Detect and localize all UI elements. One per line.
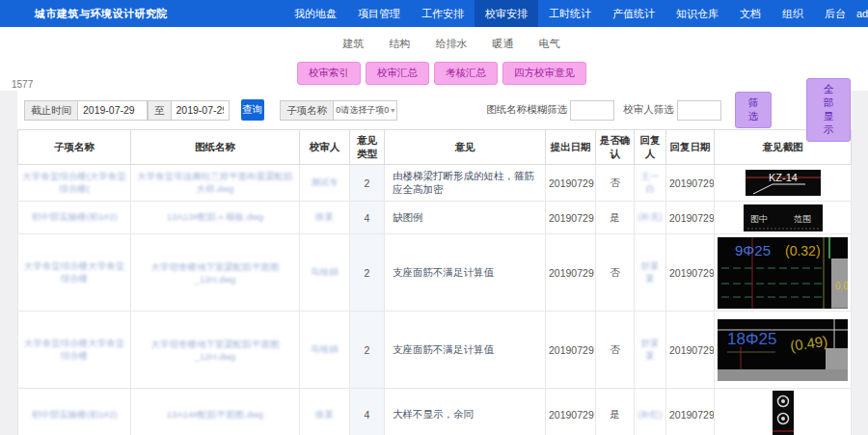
replier-cell: (补充) <box>635 202 666 234</box>
drawing-filter-input[interactable] <box>570 100 614 121</box>
date-to-input[interactable] <box>172 100 230 121</box>
drawing-filter-label: 图纸名称模糊筛选 <box>486 103 567 117</box>
col-subitem-name: 子项名称 <box>18 130 131 165</box>
nav-item-project-mgmt[interactable]: 项目管理 <box>347 0 411 27</box>
reviewer-filter-input[interactable] <box>677 100 721 121</box>
col-replier: 回复人 <box>635 130 666 165</box>
nav-item-knowledge-base[interactable]: 知识仓库 <box>665 0 729 27</box>
tab-structure[interactable]: 结构 <box>390 37 411 51</box>
action-button-row: 校审索引 校审汇总 考核汇总 四方校审意见 <box>8 55 868 91</box>
nav-item-work-schedule[interactable]: 工作安排 <box>411 0 475 27</box>
nav-item-organization[interactable]: 组织 <box>772 0 814 27</box>
review-summary-button[interactable]: 校审汇总 <box>366 62 429 85</box>
replier-cell: 舒某某 <box>635 234 666 312</box>
reply-date-cell: 20190729 <box>666 202 715 234</box>
table-row: 大学食堂综合楼大学食堂综合楼 大学宿舍楼地下室梁配筋平面图_12H.dwg 马绘… <box>18 312 852 389</box>
nav-item-review-schedule[interactable]: 校审安排 <box>475 0 538 27</box>
filter-button[interactable]: 筛选 <box>735 92 773 128</box>
col-submit-date: 提出日期 <box>546 130 596 165</box>
subitem-name-cell: 大学食堂综合楼(大学食堂综合楼( <box>18 165 131 202</box>
four-party-review-button[interactable]: 四方校审意见 <box>502 62 586 85</box>
tab-plumbing[interactable]: 给排水 <box>436 37 468 51</box>
cad-screenshot-kz14[interactable]: KZ-14 <box>746 170 821 196</box>
top-navbar: 城市建筑与环境设计研究院 我的地盘 项目管理 工作安排 校审安排 工时统计 产值… <box>0 0 868 27</box>
reply-date-cell: 20190729 <box>666 312 715 389</box>
opinion-cell: 支座面筋不满足计算值 <box>385 312 546 389</box>
total-count: 1577 <box>12 79 33 90</box>
tab-architecture[interactable]: 建筑 <box>343 37 365 51</box>
date-from-input[interactable] <box>78 100 148 121</box>
table-row: 大学食堂综合楼大学食堂综合楼 大学宿舍楼地下室梁配筋平面图_12H.dwg 马绘… <box>18 234 852 312</box>
replier-cell: (补红) <box>635 389 666 435</box>
app-title: 城市建筑与环境设计研究院 <box>35 7 168 21</box>
query-button[interactable]: 查询 <box>241 99 265 121</box>
main-content: 截止时间 至 查询 子项名称 0请选择子项0 ▾ 图纸名称模糊筛选 校审人筛选 … <box>0 91 868 435</box>
cad-screenshot-note[interactable]: 图中 范围 <box>744 204 823 231</box>
nav-item-backend[interactable]: 后台 <box>814 0 856 27</box>
rebar-text: 9Φ25 <box>735 242 771 258</box>
kz-label: KZ-14 <box>769 172 798 183</box>
opinion-cell: 缺图例 <box>385 202 546 234</box>
col-reviewer: 校审人 <box>300 130 350 165</box>
col-opinion-type: 意见类型 <box>350 130 385 165</box>
col-reply-date: 回复日期 <box>666 130 715 165</box>
user-dropdown[interactable]: admin <box>856 8 868 19</box>
tab-hvac[interactable]: 暖通 <box>493 37 514 51</box>
side-value-text: 0.0 <box>835 281 848 291</box>
confirmed-cell: 否 <box>596 312 635 389</box>
discipline-tabs: 建筑 结构 给排水 暖通 电气 <box>17 27 868 55</box>
opinion-cell: 大样不显示，余同 <box>385 389 546 435</box>
submit-date-cell: 20190729 <box>546 389 596 435</box>
drawing-name-cell: 大学宿舍楼地下室梁配筋平面图_12H.dwg <box>131 312 300 389</box>
replier-cell: 舒某某 <box>635 312 666 389</box>
confirmed-cell: 否 <box>596 234 635 312</box>
confirmed-cell: 是 <box>596 202 635 234</box>
submit-date-cell: 20190729 <box>546 312 596 389</box>
table-header-row: 子项名称 图纸名称 校审人 意见类型 意见 提出日期 是否确认 回复人 回复日期… <box>18 130 852 165</box>
main-menu: 我的地盘 项目管理 工作安排 校审安排 工时统计 产值统计 知识仓库 文档 组织… <box>284 0 856 27</box>
note-left-text: 图中 <box>750 214 768 224</box>
reviewer-cell: 马绘娟 <box>300 234 350 312</box>
reviewer-cell: 马绘娟 <box>300 312 350 389</box>
submit-date-cell: 20190729 <box>546 234 596 312</box>
opinion-cell: 由楼梯梁打断形成的短柱，箍筋应全高加密 <box>385 165 546 202</box>
review-index-button[interactable]: 校审索引 <box>297 62 361 85</box>
drawing-name-cell: 大学食堂等连廊柱三层平面布置梁配筋大样.dwg <box>131 165 300 202</box>
drawing-name-cell: 13A13#配筋＋模板.dwg <box>131 202 300 234</box>
reviewer-cell: 测试专 <box>300 165 350 202</box>
nav-item-my-space[interactable]: 我的地盘 <box>284 0 347 27</box>
chevron-down-icon: ▾ <box>391 106 394 115</box>
to-label: 至 <box>148 100 172 121</box>
rebar-text: 18Φ25 <box>727 330 776 348</box>
opinion-type-cell: 4 <box>350 389 385 435</box>
subitem-name-cell: 初中部实验楼(初1#2) <box>18 389 131 435</box>
reply-date-cell: 20190729 <box>666 165 715 202</box>
subitem-name-cell: 初中部实验楼(初1#2) <box>18 202 131 234</box>
ratio-text: (0.32) <box>785 243 821 258</box>
subitem-select[interactable]: 0请选择子项0 ▾ <box>334 100 397 121</box>
submit-date-cell: 20190729 <box>546 202 596 234</box>
nav-item-documents[interactable]: 文档 <box>729 0 772 27</box>
cad-screenshot-rebar-18d25[interactable]: 18Φ25 (0.49) <box>718 319 848 381</box>
nav-item-output-stats[interactable]: 产值统计 <box>602 0 665 27</box>
col-drawing-name: 图纸名称 <box>131 130 300 165</box>
table-row: 初中部实验楼(初1#2) 13A13#配筋＋模板.dwg 徐某 4 缺图例 20… <box>18 202 852 234</box>
col-confirmed: 是否确认 <box>596 130 635 165</box>
drawing-name-cell: 大学宿舍楼地下室梁配筋平面图_12H.dwg <box>131 234 300 312</box>
reviewer-cell: 徐某 <box>300 389 350 435</box>
replier-cell: 王一白 <box>635 165 666 202</box>
opinion-type-cell: 2 <box>350 234 385 312</box>
cad-screenshot-rebar-9d25[interactable]: 9Φ25 (0.32) 0.0 <box>718 237 848 309</box>
reply-date-cell: 20190729 <box>666 234 715 312</box>
note-right-text: 范围 <box>794 214 811 224</box>
nav-item-hours-stats[interactable]: 工时统计 <box>538 0 602 27</box>
assessment-summary-button[interactable]: 考核汇总 <box>434 62 498 85</box>
drawing-name-cell: 13A14#配筋平面图.dwg <box>131 389 300 435</box>
cad-screenshot-detail-strip[interactable] <box>773 391 794 435</box>
opinion-cell: 支座面筋不满足计算值 <box>385 234 546 312</box>
table-row: 大学食堂综合楼(大学食堂综合楼( 大学食堂等连廊柱三层平面布置梁配筋大样.dwg… <box>18 165 852 202</box>
confirmed-cell: 否 <box>596 165 635 202</box>
review-opinion-table: 子项名称 图纸名称 校审人 意见类型 意见 提出日期 是否确认 回复人 回复日期… <box>17 129 852 435</box>
subitem-label: 子项名称 <box>280 100 334 121</box>
tab-electrical[interactable]: 电气 <box>539 37 560 51</box>
